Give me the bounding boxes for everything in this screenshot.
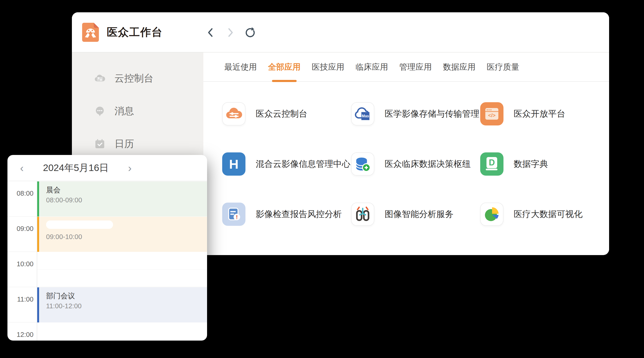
event-color-bar	[37, 287, 39, 323]
app-logo-icon	[82, 23, 99, 42]
event-redacted[interactable]: 09:00-10:00	[37, 217, 207, 252]
app-label: 影像检查报告风控分析	[256, 208, 342, 220]
app-label: 数据字典	[514, 158, 548, 170]
forward-icon[interactable]	[225, 27, 236, 38]
back-icon[interactable]	[205, 27, 216, 38]
app-label: 医学影像存储与传输管理	[384, 108, 479, 120]
app-report-risk-analysis[interactable]: ! 影像检查报告风控分析	[222, 202, 351, 226]
calendar-icon	[94, 138, 106, 150]
tab-recently-used[interactable]: 最近使用	[224, 52, 257, 82]
tab-management-apps[interactable]: 管理应用	[399, 52, 432, 82]
lungs-icon	[351, 202, 374, 226]
code-glyph: </>	[488, 112, 496, 118]
app-label: 医众开放平台	[514, 108, 565, 120]
event-title-redacted-pill	[46, 220, 113, 229]
event-title: 晨会	[46, 186, 202, 194]
hour-row-12: 12:00	[8, 323, 207, 341]
event-time: 11:00-12:00	[46, 302, 202, 310]
calendar-day-grid: 08:00 09:00 10:00 11:00 12:00 晨会 08:00-0…	[8, 181, 207, 341]
time-label: 10:00	[8, 260, 34, 268]
time-label: 11:00	[8, 296, 34, 303]
sidebar-item-label: 云控制台	[114, 72, 154, 85]
apps-grid: 医众云控制台 Mas	[203, 82, 609, 226]
sidebar-item-label: 日历	[114, 137, 134, 150]
app-data-dictionary[interactable]: D 数据字典	[480, 152, 609, 176]
event-color-bar	[37, 217, 39, 252]
app-row: H 混合云影像信息管理中心	[203, 152, 609, 176]
calendar-header: ‹ 2024年5月16日 ›	[8, 155, 207, 181]
calendar-date-label: 2024年5月16日	[27, 162, 125, 174]
app-row: ! 影像检查报告风控分析	[203, 202, 609, 226]
d-letter: D	[489, 158, 495, 167]
calendar-prev-day-icon[interactable]: ‹	[17, 161, 27, 175]
hour-row-10: 10:00	[8, 252, 207, 287]
event-time: 09:00-10:00	[46, 233, 202, 241]
calendar-next-day-icon[interactable]: ›	[125, 161, 135, 175]
app-clinical-data-hub[interactable]: 医众临床数据决策枢纽	[351, 152, 480, 176]
cloud-sliders-icon	[222, 102, 246, 126]
h-letter: H	[222, 152, 246, 176]
app-header: 医众工作台	[72, 12, 609, 52]
pie-chart-icon	[480, 202, 504, 226]
event-department-meeting[interactable]: 部门会议 11:00-12:00	[37, 287, 207, 323]
app-open-platform[interactable]: </> 医众开放平台	[480, 102, 609, 126]
main-content: 最近使用 全部应用 医技应用 临床应用 管理应用 数据应用 医疗质量	[203, 52, 609, 255]
app-cloud-console[interactable]: 医众云控制台	[222, 102, 351, 126]
sidebar-item-cloud-console[interactable]: 云控制台	[72, 62, 203, 95]
app-image-ai-analysis[interactable]: 图像智能分析服务	[351, 202, 480, 226]
tabs-bar: 最近使用 全部应用 医技应用 临床应用 管理应用 数据应用 医疗质量	[203, 52, 609, 82]
mas-badge: Mas	[362, 114, 369, 118]
time-label: 09:00	[8, 225, 34, 232]
refresh-icon[interactable]	[244, 27, 256, 38]
app-label: 混合云影像信息管理中心	[256, 158, 350, 170]
cloud-settings-icon	[94, 72, 106, 84]
app-pacs[interactable]: Mas 医学影像存储与传输管理	[351, 102, 480, 126]
event-time: 08:00-09:00	[46, 196, 202, 204]
nav-group	[205, 12, 256, 52]
app-label: 医众临床数据决策枢纽	[384, 158, 471, 170]
tab-all-apps[interactable]: 全部应用	[268, 52, 300, 82]
event-color-bar	[37, 181, 39, 216]
app-row: 医众云控制台 Mas	[203, 102, 609, 126]
database-plus-icon	[351, 152, 374, 176]
tab-clinical-apps[interactable]: 临床应用	[356, 52, 388, 82]
message-icon	[94, 105, 106, 117]
calendar-panel: ‹ 2024年5月16日 › 08:00 09:00 10:00 11:00 1…	[8, 155, 207, 341]
app-big-data-visualization[interactable]: 医疗大数据可视化	[480, 202, 609, 226]
cloud-mas-icon: Mas	[351, 102, 374, 126]
app-title: 医众工作台	[107, 25, 163, 39]
time-label: 12:00	[8, 331, 34, 339]
tab-medical-quality[interactable]: 医疗质量	[487, 52, 519, 82]
dictionary-book-icon: D	[480, 152, 504, 176]
app-hybrid-cloud-imaging[interactable]: H 混合云影像信息管理中心	[222, 152, 351, 176]
alert-glyph: !	[236, 214, 238, 220]
sidebar-item-label: 消息	[114, 105, 134, 118]
report-alert-icon: !	[222, 202, 246, 226]
open-platform-icon: </>	[480, 102, 504, 126]
time-label: 08:00	[8, 189, 34, 197]
tab-medtech-apps[interactable]: 医技应用	[312, 52, 344, 82]
event-morning-meeting[interactable]: 晨会 08:00-09:00	[37, 181, 207, 216]
app-label: 图像智能分析服务	[384, 208, 454, 220]
app-label: 医疗大数据可视化	[514, 208, 582, 220]
letter-h-icon: H	[222, 152, 246, 176]
app-label: 医众云控制台	[256, 108, 307, 120]
tab-data-apps[interactable]: 数据应用	[443, 52, 476, 82]
desktop-backdrop: 医众工作台	[0, 0, 644, 358]
event-title: 部门会议	[46, 292, 202, 300]
sidebar-item-messages[interactable]: 消息	[72, 95, 203, 127]
